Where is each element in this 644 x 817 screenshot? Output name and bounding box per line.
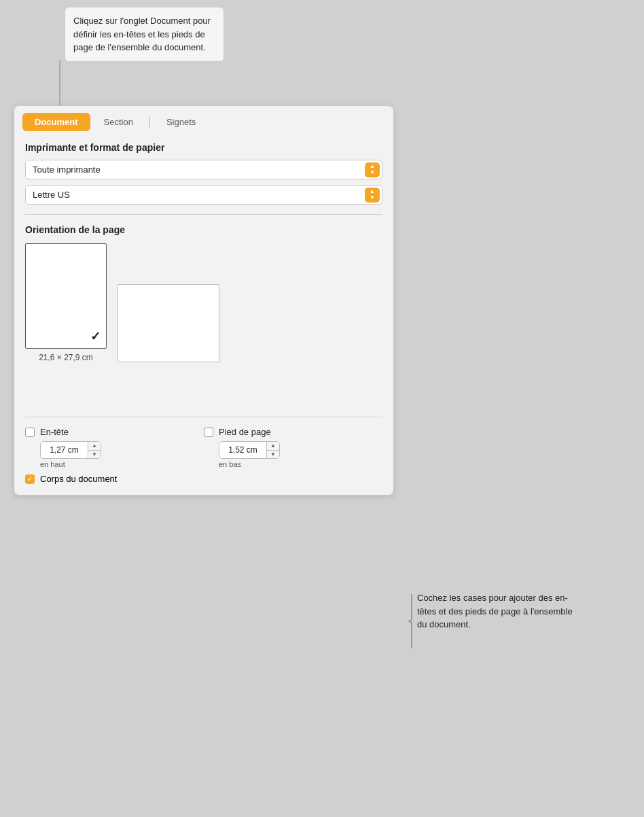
footer-label: Pied de page	[219, 427, 271, 437]
printer-select[interactable]: Toute imprimante	[25, 160, 382, 179]
document-panel: Document Section Signets Imprimante et f…	[14, 105, 394, 496]
portrait-size-label: 21,6 × 27,9 cm	[39, 353, 93, 362]
header-spinner-arrows: ▲ ▼	[88, 442, 101, 458]
tooltip-text: Cliquez sur l'onglet Document pour défin…	[65, 7, 224, 62]
body-checkbox[interactable]: ✓	[25, 474, 35, 484]
footer-spinner-arrows: ▲ ▼	[266, 442, 279, 458]
printer-section-title: Imprimante et format de papier	[25, 142, 382, 153]
paper-dropdown-row: Lettre US ▲▼	[25, 185, 382, 205]
footer-checkbox[interactable]	[204, 428, 213, 437]
landscape-option[interactable]	[118, 284, 219, 362]
landscape-preview	[118, 284, 219, 362]
footer-spinner-value: 1,52 cm	[219, 445, 266, 455]
header-spinner-up[interactable]: ▲	[88, 442, 101, 451]
body-check-row: ✓ Corps du document	[25, 474, 382, 484]
footer-sublabel: en bas	[219, 460, 241, 468]
portrait-checkmark: ✓	[90, 329, 101, 344]
tab-section[interactable]: Section	[92, 113, 145, 131]
header-spinner-value: 1,27 cm	[41, 445, 88, 455]
footer-spinner-down[interactable]: ▼	[267, 451, 279, 459]
tab-divider	[149, 116, 150, 128]
footer-checkbox-label: Pied de page	[204, 427, 382, 437]
footer-col: Pied de page 1,52 cm ▲ ▼ en bas	[204, 427, 382, 468]
header-spinner[interactable]: 1,27 cm ▲ ▼	[40, 441, 101, 459]
right-callout-text: Cochez les cases pour ajouter des en-têt…	[417, 591, 577, 631]
tab-bar: Document Section Signets	[14, 106, 393, 131]
header-label: En-tête	[40, 427, 69, 437]
tab-bookmarks[interactable]: Signets	[154, 113, 208, 131]
portrait-preview: ✓	[25, 243, 107, 349]
orientation-options: ✓ 21,6 × 27,9 cm	[25, 243, 382, 362]
footer-spinner-up[interactable]: ▲	[267, 442, 279, 451]
paper-dropdown-wrapper: Lettre US ▲▼	[25, 185, 382, 205]
orientation-title: Orientation de la page	[25, 224, 382, 235]
right-callout: Cochez les cases pour ajouter des en-têt…	[408, 591, 577, 646]
footer-spinner[interactable]: 1,52 cm ▲ ▼	[219, 441, 280, 459]
portrait-option[interactable]: ✓ 21,6 × 27,9 cm	[25, 243, 107, 362]
top-callout: Cliquez sur l'onglet Document pour défin…	[65, 7, 224, 62]
header-spinner-down[interactable]: ▼	[88, 451, 101, 459]
paper-select[interactable]: Lettre US	[25, 185, 382, 205]
bracket-icon	[408, 594, 413, 648]
header-checkbox[interactable]	[25, 428, 35, 437]
printer-dropdown-row: Toute imprimante ▲▼	[25, 160, 382, 179]
header-sublabel: en haut	[40, 460, 65, 468]
header-checkbox-label: En-tête	[25, 427, 204, 437]
header-col: En-tête 1,27 cm ▲ ▼ en haut	[25, 427, 204, 468]
body-label: Corps du document	[40, 474, 117, 484]
header-footer-section: En-tête 1,27 cm ▲ ▼ en haut	[25, 427, 382, 484]
tab-document[interactable]: Document	[22, 113, 90, 131]
divider-1	[25, 214, 382, 215]
divider-2	[25, 417, 382, 417]
header-footer-row: En-tête 1,27 cm ▲ ▼ en haut	[25, 427, 382, 468]
header-spinner-col: 1,27 cm ▲ ▼ en haut	[40, 441, 204, 468]
printer-dropdown-wrapper: Toute imprimante ▲▼	[25, 160, 382, 179]
footer-spinner-col: 1,52 cm ▲ ▼ en bas	[219, 441, 382, 468]
